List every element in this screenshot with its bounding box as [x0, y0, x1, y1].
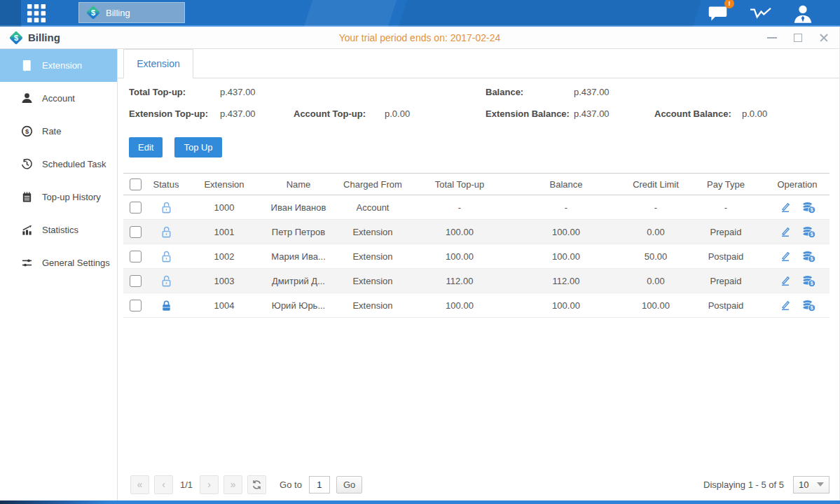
- tab-strip: Extension: [118, 49, 839, 78]
- top-up-row-icon[interactable]: $: [801, 299, 816, 312]
- sidebar-item-scheduled-task[interactable]: Scheduled Task: [0, 148, 117, 181]
- refresh-icon: [252, 479, 262, 490]
- user-menu-button[interactable]: [792, 4, 813, 24]
- balance-cell: -: [507, 202, 625, 213]
- billing-window-icon: $: [9, 31, 23, 45]
- sidebar-item-label: Rate: [42, 126, 61, 136]
- account-balance-label: Account Balance:: [654, 108, 731, 119]
- sidebar-item-extension[interactable]: Extension: [0, 49, 117, 82]
- app-grid-icon: [27, 4, 46, 23]
- displaying-text: Displaying 1 - 5 of 5: [703, 479, 784, 490]
- charged-from-cell: Account: [333, 202, 412, 213]
- sidebar-item-topup-history[interactable]: Top-up History: [0, 181, 117, 214]
- name-cell: Иван Иванов: [263, 202, 333, 213]
- total-topup-cell: 112.00: [412, 276, 507, 286]
- svg-text:$: $: [810, 256, 813, 262]
- minimize-button[interactable]: [766, 32, 778, 43]
- col-total-topup: Total Top-up: [412, 179, 507, 190]
- page-size-dropdown[interactable]: 10: [793, 476, 829, 493]
- edit-row-icon[interactable]: [779, 274, 792, 287]
- dollar-circle-icon: $: [20, 125, 33, 137]
- edit-row-icon[interactable]: [779, 299, 792, 312]
- chevron-down-icon: [817, 482, 824, 486]
- extension-cell: 1001: [185, 227, 263, 237]
- desktop-edge-strip: [0, 500, 840, 504]
- top-up-row-icon[interactable]: $: [801, 250, 816, 263]
- last-page-button[interactable]: »: [223, 475, 242, 494]
- svg-text:$: $: [810, 305, 813, 311]
- row-checkbox[interactable]: [130, 202, 142, 214]
- top-up-button[interactable]: Top Up: [174, 137, 221, 158]
- balance-cell: 100.00: [507, 251, 625, 262]
- col-name: Name: [263, 179, 333, 190]
- row-checkbox[interactable]: [130, 275, 142, 287]
- maximize-button[interactable]: [792, 32, 804, 43]
- total-topup-cell: 100.00: [412, 251, 507, 262]
- edit-row-icon[interactable]: [779, 250, 792, 262]
- tab-extension[interactable]: Extension: [123, 49, 193, 78]
- go-button[interactable]: Go: [336, 476, 362, 493]
- svg-text:$: $: [810, 207, 813, 213]
- notepad-icon: [20, 191, 33, 203]
- balance-cell: 100.00: [507, 227, 625, 237]
- table-row: 1002 Мария Ива... Extension 100.00 100.0…: [123, 244, 829, 269]
- extension-cell: 1003: [185, 276, 263, 286]
- sidebar-item-rate[interactable]: $ Rate: [0, 115, 117, 148]
- prev-page-button[interactable]: ‹: [154, 475, 173, 494]
- top-up-row-icon[interactable]: $: [801, 225, 816, 239]
- goto-page-input[interactable]: [309, 476, 330, 493]
- next-page-button[interactable]: ›: [200, 475, 219, 494]
- edit-button[interactable]: Edit: [129, 137, 163, 158]
- name-cell: Дмитрий Д...: [263, 276, 333, 286]
- row-checkbox[interactable]: [130, 300, 142, 312]
- row-checkbox[interactable]: [130, 251, 142, 262]
- col-balance: Balance: [507, 179, 625, 190]
- pay-type-cell: Prepaid: [687, 276, 765, 286]
- app-grid-button[interactable]: [25, 3, 48, 24]
- row-checkbox[interactable]: [130, 226, 142, 238]
- summary-panel: Total Top-up: p.437.00 Balance: p.437.00…: [118, 78, 839, 132]
- select-all-checkbox[interactable]: [130, 178, 142, 190]
- top-up-row-icon[interactable]: $: [801, 201, 816, 214]
- reports-button[interactable]: [750, 5, 771, 22]
- balance-cell: 112.00: [507, 276, 625, 286]
- sidebar-item-label: Scheduled Task: [42, 159, 106, 169]
- top-up-row-icon[interactable]: $: [801, 274, 816, 288]
- taskbar-tab-billing[interactable]: $ Billing: [78, 2, 185, 23]
- extension-table: Status Extension Name Charged From Total…: [123, 173, 829, 318]
- person-icon: [20, 92, 33, 104]
- total-topup-cell: 100.00: [412, 300, 507, 311]
- pay-type-cell: Postpaid: [687, 300, 765, 311]
- refresh-button[interactable]: [247, 475, 266, 494]
- messages-button[interactable]: !: [707, 4, 729, 24]
- balance-cell: 100.00: [507, 300, 625, 311]
- account-balance-value: p.0.00: [742, 108, 767, 119]
- page-indicator: 1/1: [180, 479, 193, 490]
- goto-label: Go to: [280, 479, 302, 490]
- sliders-icon: [20, 257, 33, 269]
- col-status: Status: [147, 179, 185, 190]
- extension-topup-label: Extension Top-up:: [129, 108, 208, 119]
- user-icon: [792, 4, 813, 24]
- close-button[interactable]: [818, 32, 829, 43]
- table-row: 1001 Петр Петров Extension 100.00 100.00…: [123, 220, 829, 244]
- billing-app-icon: $: [86, 6, 100, 20]
- balance-label: Balance:: [486, 87, 523, 97]
- credit-limit-cell: 0.00: [625, 276, 687, 286]
- edit-row-icon[interactable]: [779, 225, 792, 238]
- svg-text:$: $: [25, 127, 29, 135]
- sidebar-item-account[interactable]: Account: [0, 82, 117, 115]
- line-chart-icon: [750, 5, 771, 22]
- edit-row-icon[interactable]: [779, 201, 792, 214]
- first-page-button[interactable]: «: [130, 475, 149, 494]
- col-credit-limit: Credit Limit: [625, 179, 687, 190]
- charged-from-cell: Extension: [333, 227, 412, 237]
- taskbar-tab-label: Billing: [106, 8, 130, 18]
- topbar-facet: [304, 0, 397, 27]
- total-topup-label: Total Top-up:: [129, 87, 186, 97]
- credit-limit-cell: 100.00: [625, 300, 687, 311]
- window-title: Billing: [28, 31, 60, 43]
- sidebar-item-general-settings[interactable]: General Settings: [0, 246, 117, 279]
- sidebar-item-statistics[interactable]: Statistics: [0, 214, 117, 246]
- name-cell: Мария Ива...: [263, 251, 333, 262]
